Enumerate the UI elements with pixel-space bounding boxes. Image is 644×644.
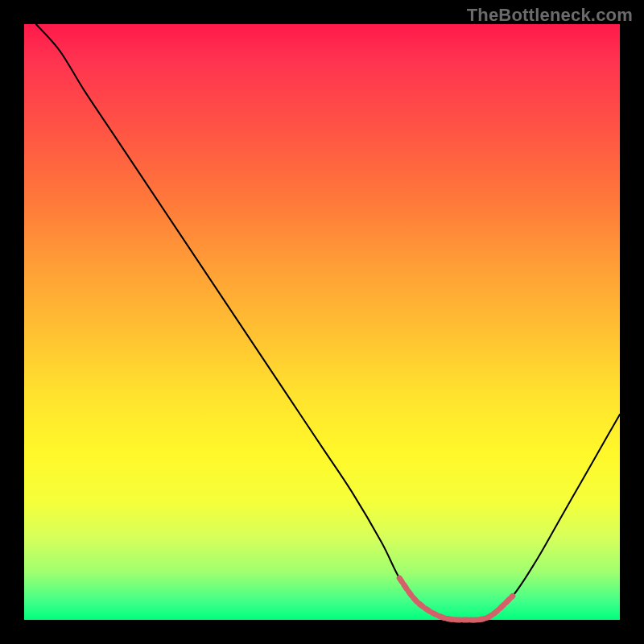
watermark-text: TheBottleneck.com: [467, 5, 633, 26]
plot-area: [24, 24, 620, 620]
optimal-range-highlight: [399, 578, 513, 620]
chart-svg: [24, 24, 620, 620]
chart-container: TheBottleneck.com: [0, 0, 644, 644]
bottleneck-curve: [36, 24, 620, 620]
